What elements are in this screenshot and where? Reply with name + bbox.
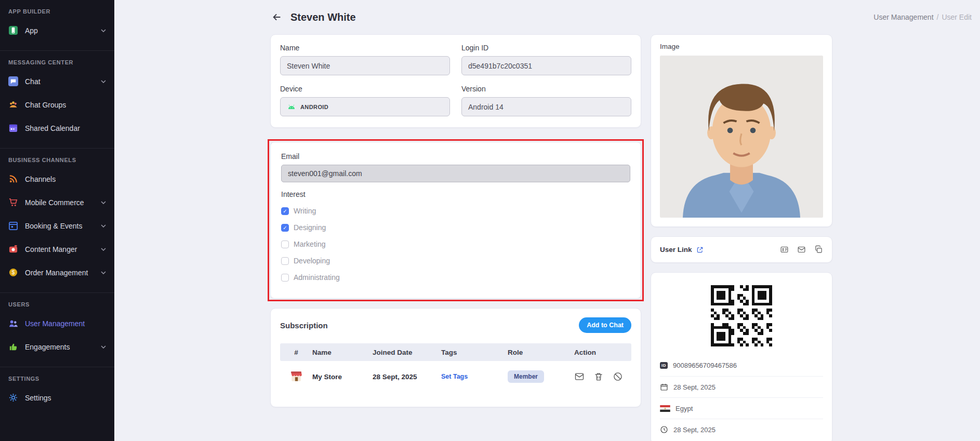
chevron-down-icon xyxy=(101,345,106,349)
chevron-down-icon xyxy=(101,224,106,228)
login-id-label: Login ID xyxy=(461,44,631,52)
id-card-icon[interactable] xyxy=(780,245,789,254)
section-label: MESSAGING CENTER xyxy=(8,59,106,65)
breadcrumb: User Management / User Edit xyxy=(873,13,972,21)
egypt-flag-icon xyxy=(660,405,670,412)
sidebar-item-label: Mobile Commerce xyxy=(25,198,84,207)
device-field-group: Device ANDROID xyxy=(280,85,450,116)
interest-option-writing[interactable]: Writing xyxy=(281,203,630,219)
email-input[interactable]: steven001@gmail.com xyxy=(281,165,630,182)
column-header-joined-date: Joined Date xyxy=(373,349,441,356)
sidebar-item-engagements[interactable]: Engagements xyxy=(8,335,106,358)
dollar-coin-icon: $ xyxy=(8,268,18,277)
name-field-group: Name Steven White xyxy=(280,44,450,75)
image-card: Image xyxy=(651,34,832,227)
interest-option-developing[interactable]: Developing xyxy=(281,252,630,269)
sidebar-item-shared-calendar[interactable]: Shared Calendar xyxy=(8,116,106,140)
users-icon xyxy=(8,318,18,328)
set-tags-link[interactable]: Set Tags xyxy=(441,373,508,380)
channels-icon xyxy=(8,174,18,184)
delete-action-icon[interactable] xyxy=(593,371,604,382)
sidebar-item-mobile-commerce[interactable]: Mobile Commerce xyxy=(8,191,106,214)
thumbs-up-icon xyxy=(8,342,18,352)
mail-icon[interactable] xyxy=(797,245,806,254)
sidebar-item-content-manager[interactable]: Content Manger xyxy=(8,237,106,261)
email-action-icon[interactable] xyxy=(574,371,585,382)
android-icon xyxy=(287,104,296,110)
interest-label: Interest xyxy=(281,190,630,198)
detail-row-joined-date: 28 Sept, 2025 xyxy=(660,376,823,397)
checkbox-icon[interactable] xyxy=(281,207,289,215)
content-area: Name Steven White Login ID d5e491b7c20c0… xyxy=(114,34,980,441)
shopping-cart-icon xyxy=(8,197,18,207)
row-joined-date: 28 Sept, 2025 xyxy=(373,373,441,381)
sidebar-item-label: Channels xyxy=(25,175,56,183)
sidebar-section-business-channels: BUSINESS CHANNELS Channels Mobile Commer… xyxy=(0,148,114,288)
sidebar-item-booking-events[interactable]: Booking & Events xyxy=(8,214,106,237)
booking-calendar-icon xyxy=(8,221,18,231)
shared-calendar-icon xyxy=(8,123,18,133)
sidebar-section-users: USERS User Management Engagements xyxy=(0,292,114,363)
interest-option-label: Administrating xyxy=(294,273,340,282)
chevron-down-icon xyxy=(101,80,106,83)
version-field-group: Version Android 14 xyxy=(461,85,631,116)
column-header-action: Action xyxy=(574,349,631,356)
sidebar-item-chat[interactable]: Chat xyxy=(8,70,106,93)
device-input[interactable]: ANDROID xyxy=(280,97,450,116)
row-actions xyxy=(574,371,631,382)
user-photo xyxy=(660,56,823,218)
sidebar-item-label: Chat xyxy=(25,77,41,86)
name-label: Name xyxy=(280,44,450,52)
store-icon xyxy=(280,370,312,383)
interest-option-designing[interactable]: Designing xyxy=(281,219,630,236)
chevron-down-icon xyxy=(101,271,106,274)
sidebar-section-messaging-center: MESSAGING CENTER Chat Chat Groups Shared… xyxy=(0,50,114,144)
interest-option-label: Designing xyxy=(294,223,326,232)
add-to-chat-button[interactable]: Add to Chat xyxy=(579,317,631,333)
interest-option-administrating[interactable]: Administrating xyxy=(281,269,630,286)
table-row: My Store 28 Sept, 2025 Set Tags Member xyxy=(280,361,631,392)
checkbox-icon[interactable] xyxy=(281,274,289,282)
detail-row-last-seen: 28 Sept, 2025 xyxy=(660,419,823,440)
sidebar-item-app[interactable]: App xyxy=(8,19,106,42)
version-label: Version xyxy=(461,85,631,93)
image-label: Image xyxy=(660,43,823,50)
subscription-table: # Name Joined Date Tags Role Action My S… xyxy=(280,343,631,392)
version-input[interactable]: Android 14 xyxy=(461,97,631,116)
user-link-card: User Link xyxy=(651,236,832,263)
subscription-card: Subscription Add to Chat # Name Joined D… xyxy=(270,308,641,407)
checkbox-icon[interactable] xyxy=(281,240,289,248)
block-action-icon[interactable] xyxy=(613,371,623,382)
sidebar-item-label: Engagements xyxy=(25,343,70,351)
section-label: SETTINGS xyxy=(8,376,106,382)
left-column: Name Steven White Login ID d5e491b7c20c0… xyxy=(270,34,641,407)
user-details-card: ID 90089656709467586 28 Sept, 2025 Egy xyxy=(651,272,832,441)
sidebar-item-user-management[interactable]: User Management xyxy=(8,312,106,335)
name-input[interactable]: Steven White xyxy=(280,56,450,75)
back-arrow-button[interactable] xyxy=(270,10,284,24)
chevron-down-icon xyxy=(101,248,106,251)
device-label: Device xyxy=(280,85,450,93)
login-id-value: d5e491b7c20c0351 xyxy=(468,62,532,70)
main-content: Steven White User Management / User Edit… xyxy=(114,0,980,441)
sidebar-item-order-management[interactable]: $ Order Management xyxy=(8,261,106,284)
joined-date-value: 28 Sept, 2025 xyxy=(673,383,716,391)
login-id-input[interactable]: d5e491b7c20c0351 xyxy=(461,56,631,75)
column-header-role: Role xyxy=(508,349,574,356)
camera-icon xyxy=(8,244,18,254)
checkbox-icon[interactable] xyxy=(281,224,289,232)
interest-option-marketing[interactable]: Marketing xyxy=(281,236,630,252)
sidebar-item-channels[interactable]: Channels xyxy=(8,167,106,191)
page-title: Steven White xyxy=(290,11,356,23)
last-seen-value: 28 Sept, 2025 xyxy=(673,426,716,434)
user-link-actions xyxy=(780,245,823,254)
user-link[interactable]: User Link xyxy=(660,246,704,253)
detail-row-user-id: ID 90089656709467586 xyxy=(660,355,823,376)
sidebar-item-label: Chat Groups xyxy=(25,101,66,109)
id-badge-icon: ID xyxy=(660,362,668,369)
sidebar-item-settings[interactable]: Settings xyxy=(8,386,106,409)
sidebar-item-chat-groups[interactable]: Chat Groups xyxy=(8,93,106,116)
copy-icon[interactable] xyxy=(814,245,823,254)
checkbox-icon[interactable] xyxy=(281,257,289,265)
breadcrumb-parent-link[interactable]: User Management xyxy=(873,13,933,21)
